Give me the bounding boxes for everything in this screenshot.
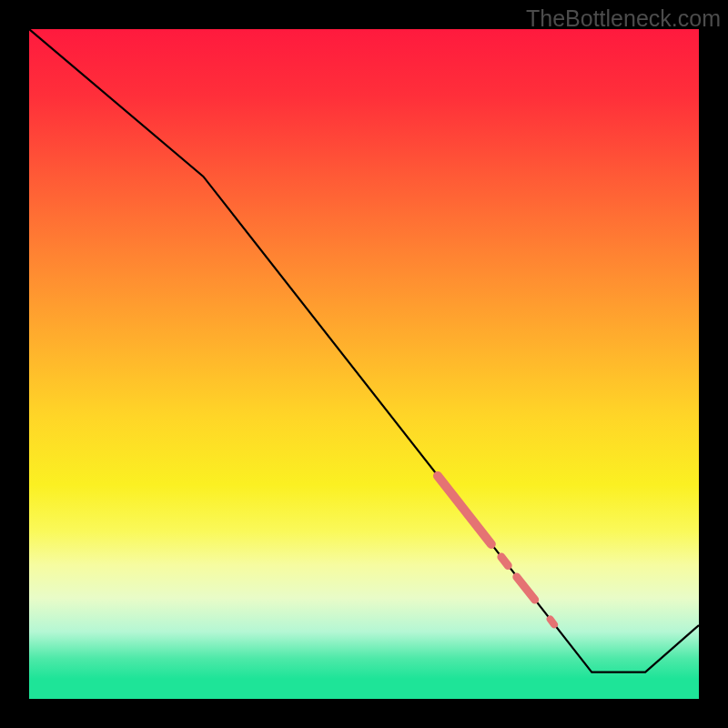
gradient-background xyxy=(29,29,699,699)
plot-area xyxy=(29,29,699,699)
watermark: TheBottleneck.com xyxy=(526,5,721,32)
chart-frame: TheBottleneck.com xyxy=(0,0,728,728)
